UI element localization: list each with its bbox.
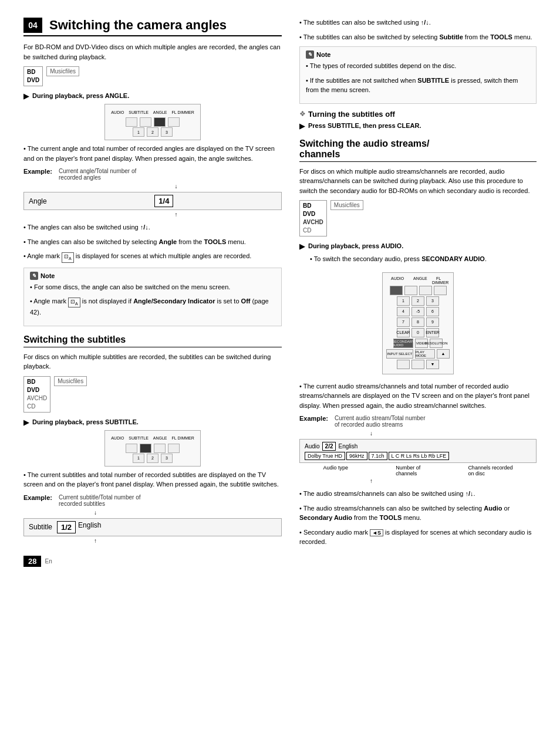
- step-arrow-icon: ▶: [23, 92, 29, 100]
- sub-lbl-angle: ANGLE: [152, 434, 168, 443]
- legend-recorded: Channels recordedon disc: [468, 465, 512, 476]
- audio-intro: For discs on which multiple audio stream…: [299, 167, 537, 196]
- sub-arrow-down: ↓: [94, 509, 97, 516]
- audio-freq-val: 96kHz: [346, 452, 367, 460]
- subtitle-example-value: 1/2: [57, 521, 76, 533]
- camera-bullet3: • The angles can also be switched by sel…: [23, 237, 282, 247]
- audio-bullet3: • The audio streams/channels can also be…: [299, 503, 537, 523]
- audio-badge-avchd: AVCHD: [303, 218, 323, 227]
- camera-note1: • For some discs, the angle can also be …: [30, 282, 275, 292]
- audio-example-header: Example: Current audio stream/Total numb…: [299, 415, 537, 428]
- audio-label-val: Audio: [305, 443, 320, 450]
- page: 04 Switching the camera angles For BD-RO…: [0, 0, 560, 730]
- abtn-2: 2: [411, 296, 424, 306]
- abtn-bl1: [397, 360, 410, 369]
- abtn-7: 7: [397, 317, 410, 327]
- audio-remote-secondary-row: SECONDARY AUDIO VIDEO RESOLUTION: [386, 339, 450, 348]
- abtn-4: 4: [397, 307, 410, 316]
- camera-example-value: 1/4: [154, 195, 173, 207]
- subtitle-step1: ▶ During playback, press SUBTITLE.: [23, 418, 282, 427]
- badge-bd: BD: [27, 68, 39, 76]
- subtitles-disc-badges: BD DVD AVCHD CD Musicfiles: [23, 376, 282, 413]
- audio-ch-val: 7.1ch: [369, 452, 387, 460]
- audio-disc-badge-group: BD DVD AVCHD CD: [299, 200, 327, 236]
- audio-row2: Dolby True HD 96kHz 7.1ch L C R Ls Rs Lb…: [305, 452, 531, 460]
- example-header: Example: Current angle/Total number ofre…: [23, 168, 282, 181]
- example-arrow-bottom: ↑: [23, 211, 282, 218]
- subtitle-note-title: ✎ Note: [306, 50, 530, 59]
- arrow-down-icon: ↓: [175, 183, 178, 190]
- audio-remote-box: AUDIO ANGLE FL DIMMER: [382, 272, 454, 374]
- right-bullet2: • The subtitles can also be switched by …: [299, 32, 537, 42]
- badge-dvd: DVD: [27, 76, 39, 85]
- sub-example-values: 1/2 English: [57, 521, 276, 533]
- sub-example-label: Example:: [23, 494, 52, 501]
- turn-off-header: ❖ Turning the subtitles off: [299, 110, 537, 119]
- audio-example-arrow-bottom: ↑: [299, 478, 537, 484]
- abtn-play-mode: PLAY MODE: [415, 349, 435, 359]
- rlbl-fldimmer: FL DIMMER: [432, 276, 445, 285]
- subtitle-note-icon: ✎: [306, 50, 314, 59]
- audio-lang-val: English: [338, 443, 357, 450]
- turn-off-title: Turning the subtitles off: [308, 110, 395, 119]
- sub-btn-1: 1: [133, 454, 144, 463]
- abtn-blank1: [404, 286, 417, 295]
- audio-step-arrow: ▶: [299, 242, 305, 251]
- badge-bd-sub: BD: [27, 378, 47, 386]
- sub-example-label-val: Subtitle: [29, 523, 52, 531]
- subtitle-disc-badge-group: BD DVD AVCHD CD: [23, 376, 50, 413]
- camera-step1: ▶ During playback, press ANGLE.: [23, 92, 282, 100]
- audio-example-legend: Audio type Number ofchannels Channels re…: [299, 465, 537, 476]
- audio-example-arrow-top: ↓: [299, 430, 537, 437]
- audio-badge-bd: BD: [303, 202, 323, 210]
- sub-example-header: Example: Current subtitle/Total number o…: [23, 494, 282, 507]
- arrow-up-icon: ↑: [175, 211, 178, 218]
- camera-step1-label: During playback, press ANGLE.: [32, 92, 129, 99]
- audio-disc-badges: BD DVD AVCHD CD Musicfiles: [299, 200, 537, 236]
- badge-music-sub: Musicfiles: [54, 376, 87, 386]
- example-label: Example:: [23, 168, 52, 175]
- camera-example: Example: Current angle/Total number ofre…: [23, 168, 282, 218]
- example-angle-label: Angle: [29, 197, 47, 205]
- audio-remote-row1: [386, 286, 450, 295]
- sub-example-desc: Current subtitle/Total number ofrecorded…: [59, 494, 141, 507]
- audio-arrow-up: ↑: [370, 478, 373, 484]
- note-label: Note: [41, 272, 55, 279]
- abtn-1: 1: [397, 296, 410, 306]
- sub-lbl-subtitle: SUBTITLE: [127, 434, 149, 443]
- page-lang: En: [45, 558, 52, 565]
- btn-3: 3: [161, 127, 173, 137]
- sub-btn-angle: [154, 444, 166, 453]
- subtitle-example: Example: Current subtitle/Total number o…: [23, 494, 282, 544]
- audio-bullet4: • Secondary audio mark ◄S is displayed f…: [299, 528, 537, 547]
- audio-row1: Audio 2/2 English: [305, 442, 531, 451]
- camera-note2: • Angle mark ⊡A is not displayed if Angl…: [30, 296, 275, 317]
- right-column: • The subtitles can also be switched usi…: [299, 18, 537, 712]
- rlbl-audio: AUDIO: [391, 276, 404, 285]
- audio-surround-val: L C R Ls Rs Lb Rb LFE: [389, 452, 450, 460]
- section-title-camera: Switching the camera angles: [49, 18, 227, 33]
- sub-remote-labels: AUDIO SUBTITLE ANGLE FL DIMMER: [110, 434, 195, 443]
- camera-disc-badges: BD DVD Musicfiles: [23, 66, 282, 86]
- abtn-down: ▼: [426, 360, 439, 369]
- sub-btn-2: 2: [147, 454, 158, 463]
- btn-1: 1: [133, 127, 144, 137]
- audio-stream-value: 2/2: [322, 442, 336, 451]
- turn-off-section: ❖ Turning the subtitles off ▶ Press SUBT…: [299, 110, 537, 130]
- audio-remote-last-row: ▼: [386, 360, 450, 369]
- subtitle-step1-label: During playback, press SUBTITLE.: [32, 418, 139, 425]
- audio-remote-num-row3: 7 8 9: [386, 317, 450, 327]
- audio-section-title: Switching the audio streams/channels: [299, 138, 537, 162]
- subtitle-note-box: ✎ Note • The types of recorded subtitles…: [299, 46, 537, 104]
- remote-row-btns1: [110, 117, 195, 127]
- subtitle-bullet1: • The current subtitles and total number…: [23, 470, 282, 489]
- btn-2: 2: [147, 127, 158, 137]
- legend-ch: Number ofchannels: [396, 465, 420, 476]
- audio-remote-num-row4: CLEAR 0 ENTER: [386, 328, 450, 337]
- abtn-audio-secondary: SECONDARY AUDIO: [393, 339, 413, 348]
- abtn-5: -5: [411, 307, 424, 316]
- abtn-audio: [390, 286, 403, 295]
- badge-avchd-sub: AVCHD: [27, 394, 47, 403]
- turn-off-step-label: Press SUBTITLE, then press CLEAR.: [308, 122, 421, 129]
- turn-off-arrow: ▶: [299, 122, 305, 130]
